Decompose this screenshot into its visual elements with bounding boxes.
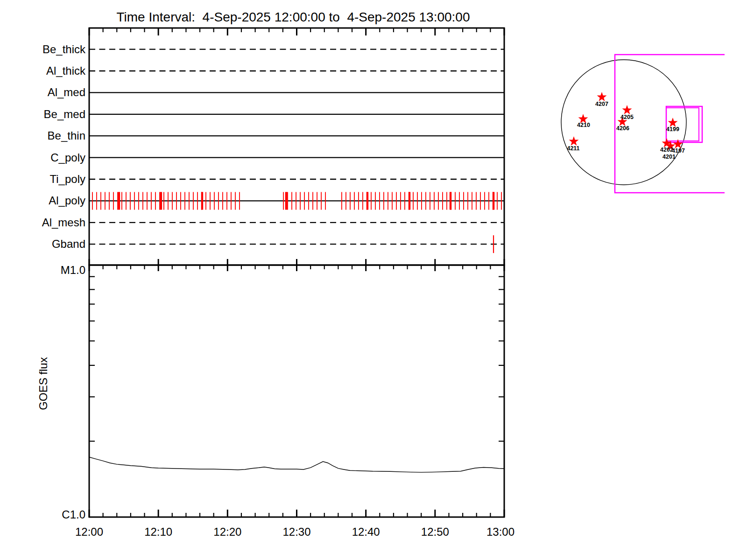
goes-flux-panel [89,259,504,517]
filter-label-be_thin: Be_thin [15,130,85,141]
filter-label-c_poly: C_poly [15,152,85,163]
filter-label-al_poly: Al_poly [15,195,85,206]
x-tick-label-12-50: 12:50 [421,526,449,538]
ar-label-4211: 4211 [567,146,579,152]
ar-label-4210: 4210 [577,122,590,128]
ar-label-4206: 4206 [616,126,629,132]
filter-label-al_thick: Al_thick [15,65,85,77]
ar-label-4207: 4207 [595,101,608,107]
filter-label-be_thick: Be_thick [15,43,85,55]
xrt-synoptic-figure: Time Interval: 4-Sep-2025 12:00:00 to 4-… [0,0,747,560]
x-tick-label-12-00: 12:00 [75,526,103,538]
filter-timeline-panel [89,28,504,265]
y-tick-label-m1: M1.0 [29,264,85,276]
ar-label-4202: 4202 [660,147,673,153]
filter-label-be_med: Be_med [15,108,85,120]
ar-label-4197: 4197 [672,148,685,154]
time-interval-title: Time Interval: 4-Sep-2025 12:00:00 to 4-… [116,10,470,24]
ar-star-4205 [622,105,632,114]
plot-canvas [0,0,747,560]
filter-label-al_mesh: Al_mesh [15,217,85,228]
ar-label-4201: 4201 [662,154,676,160]
goes-flux-curve [89,457,504,473]
filter-label-ti_poly: Ti_poly [15,173,85,185]
ar-label-4205: 4205 [620,114,634,120]
ar-star-4199 [668,118,678,127]
y-tick-label-c1: C1.0 [29,509,85,520]
ar-star-4207 [597,92,607,101]
xrt-fov-box [615,55,725,193]
ar-star-4211 [569,136,579,146]
goes-flux-axis-title: GOES flux [37,357,49,410]
filter-label-gband: Gband [15,238,85,250]
x-tick-label-12-20: 12:20 [213,526,241,538]
ar-label-4199: 4199 [666,126,679,133]
filter-label-al_med: Al_med [15,86,85,98]
x-tick-label-12-40: 12:40 [352,526,380,538]
x-tick-label-12-10: 12:10 [144,526,172,538]
x-tick-label-13-00: 13:00 [486,526,514,538]
x-tick-label-12-30: 12:30 [282,526,310,538]
